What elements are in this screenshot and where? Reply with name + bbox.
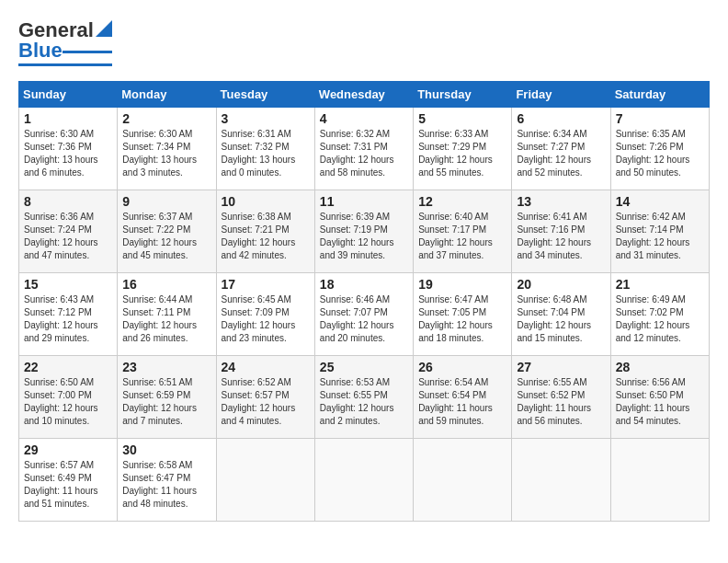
day-detail: Sunrise: 6:34 AMSunset: 7:27 PMDaylight:… (517, 129, 591, 178)
day-detail: Sunrise: 6:38 AMSunset: 7:21 PMDaylight:… (222, 212, 296, 260)
logo-blue: Blue (18, 39, 63, 63)
day-detail: Sunrise: 6:30 AMSunset: 7:36 PMDaylight:… (24, 129, 98, 178)
day-number: 3 (222, 111, 310, 126)
calendar-cell: 26 Sunrise: 6:54 AMSunset: 6:54 PMDaylig… (414, 356, 512, 439)
day-detail: Sunrise: 6:46 AMSunset: 7:07 PMDaylight:… (320, 294, 394, 343)
calendar-cell: 28 Sunrise: 6:56 AMSunset: 6:50 PMDaylig… (610, 356, 709, 439)
day-detail: Sunrise: 6:54 AMSunset: 6:54 PMDaylight:… (418, 377, 493, 426)
day-number: 29 (24, 442, 112, 457)
day-number: 13 (517, 194, 605, 209)
col-header-saturday: Saturday (610, 82, 709, 108)
col-header-friday: Friday (512, 82, 610, 108)
calendar-cell (610, 439, 709, 522)
day-number: 18 (320, 277, 408, 292)
day-detail: Sunrise: 6:52 AMSunset: 6:57 PMDaylight:… (222, 377, 296, 426)
calendar-cell: 20 Sunrise: 6:48 AMSunset: 7:04 PMDaylig… (512, 273, 610, 356)
day-number: 19 (418, 277, 506, 292)
page-header: General Blue (18, 18, 710, 66)
calendar-cell: 13 Sunrise: 6:41 AMSunset: 7:16 PMDaylig… (512, 190, 610, 273)
day-number: 14 (616, 194, 704, 209)
calendar-cell: 23 Sunrise: 6:51 AMSunset: 6:59 PMDaylig… (118, 356, 216, 439)
day-number: 23 (122, 360, 210, 374)
calendar-cell: 24 Sunrise: 6:52 AMSunset: 6:57 PMDaylig… (216, 356, 314, 439)
day-number: 6 (517, 111, 605, 126)
col-header-tuesday: Tuesday (216, 82, 314, 108)
day-number: 21 (616, 277, 704, 292)
calendar-cell: 18 Sunrise: 6:46 AMSunset: 7:07 PMDaylig… (314, 273, 413, 356)
day-detail: Sunrise: 6:39 AMSunset: 7:19 PMDaylight:… (320, 212, 394, 260)
day-detail: Sunrise: 6:48 AMSunset: 7:04 PMDaylight:… (517, 294, 591, 343)
calendar-cell: 4 Sunrise: 6:32 AMSunset: 7:31 PMDayligh… (314, 108, 413, 190)
calendar-cell: 1 Sunrise: 6:30 AMSunset: 7:36 PMDayligh… (19, 108, 118, 190)
calendar-cell: 19 Sunrise: 6:47 AMSunset: 7:05 PMDaylig… (414, 273, 512, 356)
logo: General Blue (18, 18, 112, 66)
calendar-cell: 12 Sunrise: 6:40 AMSunset: 7:17 PMDaylig… (414, 190, 512, 273)
day-detail: Sunrise: 6:47 AMSunset: 7:05 PMDaylight:… (418, 294, 493, 343)
day-detail: Sunrise: 6:36 AMSunset: 7:24 PMDaylight:… (24, 212, 98, 260)
day-detail: Sunrise: 6:45 AMSunset: 7:09 PMDaylight:… (222, 294, 296, 343)
day-detail: Sunrise: 6:58 AMSunset: 6:47 PMDaylight:… (122, 460, 197, 509)
day-number: 17 (222, 277, 310, 292)
calendar-table: SundayMondayTuesdayWednesdayThursdayFrid… (18, 81, 710, 522)
calendar-cell: 10 Sunrise: 6:38 AMSunset: 7:21 PMDaylig… (216, 190, 314, 273)
day-detail: Sunrise: 6:40 AMSunset: 7:17 PMDaylight:… (418, 212, 493, 260)
calendar-cell: 29 Sunrise: 6:57 AMSunset: 6:49 PMDaylig… (19, 439, 118, 522)
calendar-cell: 27 Sunrise: 6:55 AMSunset: 6:52 PMDaylig… (512, 356, 610, 439)
calendar-cell: 11 Sunrise: 6:39 AMSunset: 7:19 PMDaylig… (314, 190, 413, 273)
day-number: 16 (122, 277, 210, 292)
day-detail: Sunrise: 6:55 AMSunset: 6:52 PMDaylight:… (517, 377, 591, 426)
day-number: 26 (418, 360, 506, 374)
day-detail: Sunrise: 6:42 AMSunset: 7:14 PMDaylight:… (616, 212, 690, 260)
col-header-thursday: Thursday (414, 82, 512, 108)
day-number: 30 (122, 442, 210, 457)
logo-arrow-icon (96, 20, 112, 37)
day-detail: Sunrise: 6:56 AMSunset: 6:50 PMDaylight:… (616, 377, 690, 426)
calendar-cell: 8 Sunrise: 6:36 AMSunset: 7:24 PMDayligh… (19, 190, 118, 273)
calendar-cell: 9 Sunrise: 6:37 AMSunset: 7:22 PMDayligh… (118, 190, 216, 273)
day-number: 22 (24, 360, 112, 374)
calendar-cell: 15 Sunrise: 6:43 AMSunset: 7:12 PMDaylig… (19, 273, 118, 356)
calendar-cell: 22 Sunrise: 6:50 AMSunset: 7:00 PMDaylig… (19, 356, 118, 439)
day-number: 2 (122, 111, 210, 126)
day-number: 10 (222, 194, 310, 209)
calendar-cell: 5 Sunrise: 6:33 AMSunset: 7:29 PMDayligh… (414, 108, 512, 190)
calendar-cell: 2 Sunrise: 6:30 AMSunset: 7:34 PMDayligh… (118, 108, 216, 190)
day-detail: Sunrise: 6:35 AMSunset: 7:26 PMDaylight:… (616, 129, 690, 178)
day-detail: Sunrise: 6:31 AMSunset: 7:32 PMDaylight:… (222, 129, 296, 178)
calendar-cell (314, 439, 413, 522)
day-detail: Sunrise: 6:43 AMSunset: 7:12 PMDaylight:… (24, 294, 98, 343)
day-detail: Sunrise: 6:51 AMSunset: 6:59 PMDaylight:… (122, 377, 197, 426)
day-detail: Sunrise: 6:49 AMSunset: 7:02 PMDaylight:… (616, 294, 690, 343)
calendar-cell (512, 439, 610, 522)
calendar-cell (414, 439, 512, 522)
day-number: 8 (24, 194, 112, 209)
calendar-cell (216, 439, 314, 522)
day-number: 4 (320, 111, 408, 126)
calendar-cell: 25 Sunrise: 6:53 AMSunset: 6:55 PMDaylig… (314, 356, 413, 439)
day-number: 28 (616, 360, 704, 374)
calendar-cell: 21 Sunrise: 6:49 AMSunset: 7:02 PMDaylig… (610, 273, 709, 356)
day-number: 1 (24, 111, 112, 126)
col-header-wednesday: Wednesday (314, 82, 413, 108)
day-number: 27 (517, 360, 605, 374)
calendar-cell: 17 Sunrise: 6:45 AMSunset: 7:09 PMDaylig… (216, 273, 314, 356)
day-number: 20 (517, 277, 605, 292)
calendar-cell: 14 Sunrise: 6:42 AMSunset: 7:14 PMDaylig… (610, 190, 709, 273)
day-number: 12 (418, 194, 506, 209)
day-detail: Sunrise: 6:30 AMSunset: 7:34 PMDaylight:… (122, 129, 197, 178)
day-detail: Sunrise: 6:44 AMSunset: 7:11 PMDaylight:… (122, 294, 197, 343)
calendar-cell: 6 Sunrise: 6:34 AMSunset: 7:27 PMDayligh… (512, 108, 610, 190)
day-detail: Sunrise: 6:50 AMSunset: 7:00 PMDaylight:… (24, 377, 98, 426)
day-number: 25 (320, 360, 408, 374)
svg-marker-0 (96, 20, 112, 37)
day-number: 11 (320, 194, 408, 209)
calendar-cell: 3 Sunrise: 6:31 AMSunset: 7:32 PMDayligh… (216, 108, 314, 190)
day-detail: Sunrise: 6:37 AMSunset: 7:22 PMDaylight:… (122, 212, 197, 260)
day-detail: Sunrise: 6:41 AMSunset: 7:16 PMDaylight:… (517, 212, 591, 260)
day-detail: Sunrise: 6:57 AMSunset: 6:49 PMDaylight:… (24, 460, 98, 509)
day-detail: Sunrise: 6:33 AMSunset: 7:29 PMDaylight:… (418, 129, 493, 178)
col-header-sunday: Sunday (19, 82, 118, 108)
day-number: 7 (616, 111, 704, 126)
day-detail: Sunrise: 6:32 AMSunset: 7:31 PMDaylight:… (320, 129, 394, 178)
col-header-monday: Monday (118, 82, 216, 108)
